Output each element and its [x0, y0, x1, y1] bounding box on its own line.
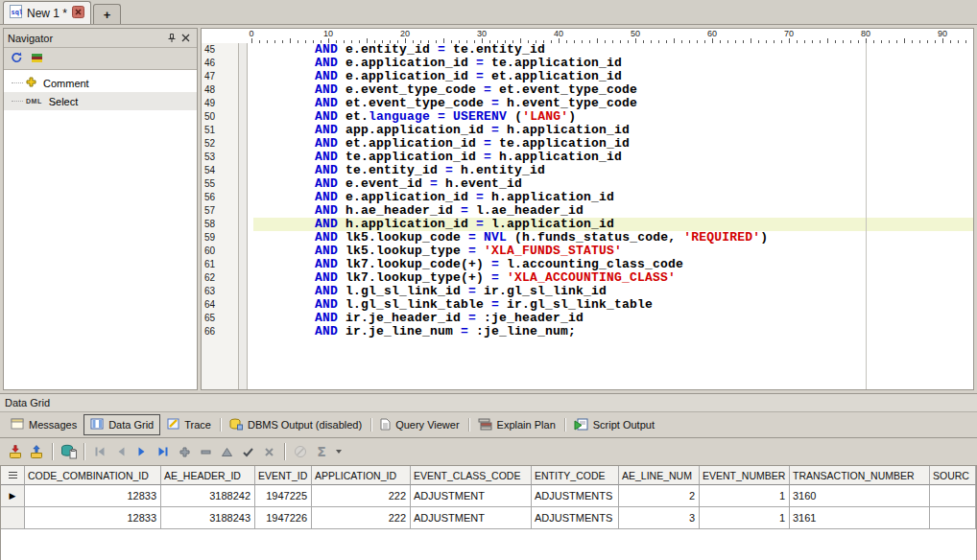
grid-cell[interactable]: 222	[312, 507, 411, 529]
grid-cell[interactable]: 3160	[790, 485, 930, 507]
grid-cell[interactable]: 2	[619, 485, 700, 507]
grid-cell[interactable]: 222	[312, 485, 411, 507]
grid-cell[interactable]: 1947225	[255, 485, 312, 507]
grid-cell[interactable]	[930, 485, 976, 507]
export-data-button[interactable]	[26, 441, 47, 462]
sql-text: l.accounting_class_code	[499, 257, 683, 271]
sql-keyword: AND	[315, 244, 338, 258]
grid-cell[interactable]: 1947226	[255, 507, 312, 529]
sql-keyword: AND	[315, 82, 338, 97]
export-dataset-button[interactable]	[58, 441, 79, 462]
grid-cell[interactable]: ADJUSTMENTS	[532, 485, 619, 507]
grid-cell[interactable]: 3161	[790, 507, 930, 529]
pin-icon[interactable]	[164, 31, 179, 45]
tab-data-grid[interactable]: Data Grid	[83, 414, 160, 435]
sql-text	[253, 43, 315, 57]
new-tab-button[interactable]: +	[93, 4, 121, 24]
sql-keyword: AND	[315, 150, 338, 164]
import-data-button[interactable]	[5, 441, 26, 462]
sql-text: te.entity_id	[445, 43, 545, 57]
delete-record-button[interactable]	[195, 441, 216, 462]
sql-keyword: =	[484, 82, 491, 97]
column-header-code_combination_id[interactable]: CODE_COMBINATION_ID	[25, 466, 161, 485]
post-edit-button[interactable]	[237, 441, 258, 462]
cancel-edit-button[interactable]	[258, 441, 279, 462]
grid-cell[interactable]: 3188243	[161, 507, 255, 529]
sql-text	[253, 284, 315, 298]
code-area[interactable]: AND e.entity_id = te.entity_id AND e.app…	[248, 43, 973, 389]
editor-tab-new1[interactable]: sql New 1 *	[3, 1, 91, 24]
sigma-dropdown-caret[interactable]	[336, 450, 342, 454]
toolbar-separator	[83, 443, 84, 460]
grid-cell[interactable]: ADJUSTMENT	[411, 507, 532, 529]
main-split: Navigator	[0, 25, 977, 393]
filter-button[interactable]	[290, 441, 311, 462]
edit-record-button[interactable]	[216, 441, 237, 462]
column-header-entity_code[interactable]: ENTITY_CODE	[532, 466, 619, 485]
toolbar-separator	[284, 443, 285, 460]
tab-query-viewer[interactable]: Query Viewer	[373, 414, 465, 435]
navigator-panel: Navigator	[3, 28, 198, 390]
grid-cell[interactable]: ADJUSTMENT	[411, 485, 532, 507]
prior-record-button[interactable]	[110, 441, 131, 462]
tab-messages[interactable]: Messages	[4, 414, 83, 435]
last-record-button[interactable]	[153, 441, 174, 462]
column-header-event_class_code[interactable]: EVENT_CLASS_CODE	[411, 466, 532, 485]
tab-label: Data Grid	[108, 419, 154, 431]
row-selector[interactable]: ▶	[1, 485, 25, 507]
tab-dbms-output[interactable]: DBMS Output (disabled)	[223, 414, 369, 435]
grid-cell[interactable]: 12833	[25, 507, 161, 529]
first-record-button[interactable]	[89, 441, 110, 462]
sql-keyword: =	[468, 230, 476, 245]
tree-item-comment[interactable]: Comment	[4, 74, 197, 92]
sql-keyword: AND	[315, 69, 338, 83]
tab-explain-plan[interactable]: Explain Plan	[471, 414, 562, 435]
sql-keyword: AND	[315, 56, 338, 70]
sql-text: :je_line_num;	[468, 324, 576, 338]
sql-text	[476, 230, 484, 245]
right-margin-line	[866, 43, 867, 389]
editor-body[interactable]: 4546474849505152535455565758596061626364…	[202, 43, 973, 389]
column-header-transaction_number[interactable]: TRANSACTION_NUMBER	[790, 466, 930, 485]
column-header-sourc[interactable]: SOURC	[930, 466, 976, 485]
tree-item-select[interactable]: DML Select	[4, 92, 197, 110]
grid-cell[interactable]: 3188242	[161, 485, 255, 507]
sql-keyword: AND	[315, 163, 338, 177]
sql-keyword: =	[476, 217, 484, 231]
sql-text	[253, 190, 315, 204]
navigator-title: Navigator	[8, 33, 164, 44]
grid-cell[interactable]: 12833	[25, 485, 161, 507]
close-tab-icon[interactable]	[72, 6, 84, 21]
sql-text: te.application_id	[338, 150, 484, 164]
column-header-application_id[interactable]: APPLICATION_ID	[312, 466, 411, 485]
sql-keyword: AND	[315, 123, 338, 137]
grid-cell[interactable]: 3	[619, 507, 700, 529]
tab-trace[interactable]: Trace	[160, 414, 218, 435]
sql-text: et.event_type_code	[491, 82, 637, 97]
column-header-ae_line_num[interactable]: AE_LINE_NUM	[619, 466, 700, 485]
grid-menu-button[interactable]	[1, 466, 25, 485]
grid-cell[interactable]: ADJUSTMENTS	[532, 507, 619, 529]
column-header-event_number[interactable]: EVENT_NUMBER	[700, 466, 790, 485]
line-number: 66	[202, 325, 238, 338]
close-panel-icon[interactable]	[179, 31, 193, 45]
grid-cell[interactable]: 1	[700, 485, 790, 507]
row-selector[interactable]	[1, 507, 25, 529]
svg-text:sql: sql	[12, 9, 23, 16]
column-header-ae_header_id[interactable]: AE_HEADER_ID	[161, 466, 255, 485]
next-record-button[interactable]	[131, 441, 153, 462]
sql-text: lk5.lookup_code	[338, 230, 468, 245]
sql-text: te.application_id	[484, 56, 622, 70]
navigator-tree: Comment DML Select	[4, 70, 197, 389]
sql-text: l.ae_header_id	[468, 203, 584, 218]
aggregate-sigma-button[interactable]: Σ	[311, 441, 332, 462]
tab-script-output[interactable]: Script Output	[567, 414, 661, 435]
refresh-icon[interactable]	[11, 52, 23, 65]
grid-cell[interactable]	[930, 507, 976, 529]
sort-group-icon[interactable]	[32, 53, 42, 64]
grid-cell[interactable]: 1	[700, 507, 790, 529]
line-number: 62	[202, 271, 238, 285]
sql-editor: 0102030405060708090 45464748495051525354…	[201, 28, 974, 390]
insert-record-button[interactable]	[174, 441, 195, 462]
column-header-event_id[interactable]: EVENT_ID	[255, 466, 312, 485]
